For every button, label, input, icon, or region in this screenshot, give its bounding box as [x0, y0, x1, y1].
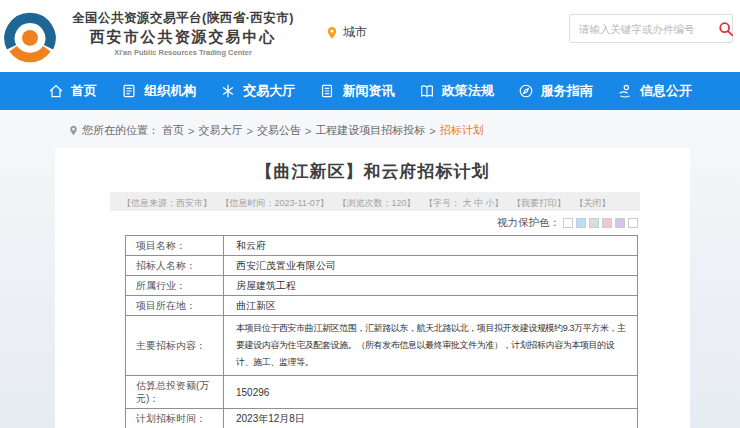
- site-title-line2: 西安市公共资源交易中心: [58, 27, 308, 47]
- table-row: 计划招标时间： 2023年12月8日: [126, 409, 638, 428]
- site-title-block: 全国公共资源交易平台(陕西省·西安市) 西安市公共资源交易中心 Xi'an Pu…: [58, 10, 308, 59]
- meta-date: 【信息时间：2023-11-07】: [221, 198, 329, 208]
- article-meta-bar: 【信息来源：西安市】 【信息时间：2023-11-07】 【浏览次数：120】 …: [110, 192, 640, 211]
- breadcrumb-item-trading-hall[interactable]: 交易大厅: [198, 123, 242, 138]
- table-row: 项目所在地： 曲江新区: [126, 296, 638, 316]
- row-label: 主要招标内容：: [126, 316, 224, 376]
- row-value: 和云府: [224, 236, 638, 256]
- site-header: 全国公共资源交易平台(陕西省·西安市) 西安市公共资源交易中心 Xi'an Pu…: [0, 0, 740, 72]
- breadcrumb-item-announcements[interactable]: 交易公告: [257, 123, 301, 138]
- eye-protect-swatch-purple[interactable]: [615, 218, 625, 228]
- breadcrumb-pin-icon: [68, 124, 79, 137]
- eye-protection-row: 视力保护色：: [55, 216, 638, 230]
- home-icon: [48, 83, 64, 99]
- compass-icon: [518, 83, 534, 99]
- location-pin-icon: [325, 25, 339, 41]
- page-title: 【曲江新区】和云府招标计划: [55, 162, 690, 182]
- site-title-line1: 全国公共资源交易平台(陕西省·西安市): [58, 10, 308, 27]
- row-label: 项目名称：: [126, 236, 224, 256]
- trading-hall-icon: [220, 83, 236, 99]
- nav-item-organization[interactable]: 组织机构: [121, 82, 196, 100]
- row-value: 房屋建筑工程: [224, 276, 638, 296]
- table-row: 所属行业： 房屋建筑工程: [126, 276, 638, 296]
- meta-source: 【信息来源：西安市】: [122, 198, 212, 208]
- eye-protect-swatch-blue[interactable]: [576, 218, 586, 228]
- policy-book-icon: [419, 83, 435, 99]
- search-button[interactable]: [718, 15, 734, 42]
- row-label: 计划招标时间：: [126, 409, 224, 428]
- nav-item-home[interactable]: 首页: [48, 82, 97, 100]
- eye-protection-label: 视力保护色：: [497, 216, 560, 230]
- table-row: 招标人名称： 西安汇茂置业有限公司: [126, 256, 638, 276]
- search-icon: [718, 21, 734, 37]
- row-value: 2023年12月8日: [224, 409, 638, 428]
- site-title-english: Xi'an Public Resources Trading Center: [58, 47, 308, 59]
- eye-protect-swatch-pink[interactable]: [602, 218, 612, 228]
- table-row: 项目名称： 和云府: [126, 236, 638, 256]
- meta-close-button[interactable]: 【关闭】: [575, 198, 611, 208]
- nav-item-policies[interactable]: 政策法规: [419, 82, 494, 100]
- meta-font-size-controls[interactable]: 【字号： 大 中 小】: [424, 198, 504, 208]
- table-row: 估算总投资额(万元)： 150296: [126, 376, 638, 409]
- eye-protect-swatch-default[interactable]: [628, 218, 638, 228]
- nav-item-information-disclosure[interactable]: 信息公开: [617, 82, 692, 100]
- city-selector[interactable]: 城市: [325, 24, 367, 41]
- search-box: [569, 14, 733, 43]
- tender-detail-table: 项目名称： 和云府 招标人名称： 西安汇茂置业有限公司 所属行业： 房屋建筑工程…: [125, 235, 638, 428]
- table-row: 主要招标内容： 本项目位于西安市曲江新区范围，汇新路以东，航天北路以北，项目拟开…: [126, 316, 638, 376]
- row-label: 估算总投资额(万元)：: [126, 376, 224, 409]
- row-value: 150296: [224, 376, 638, 409]
- city-label: 城市: [343, 24, 367, 41]
- row-label: 所属行业：: [126, 276, 224, 296]
- breadcrumb-item-home[interactable]: 首页: [162, 123, 184, 138]
- meta-print-button[interactable]: 【我要打印】: [512, 198, 566, 208]
- main-content-area: 您所在的位置： 首页 > 交易大厅 > 交易公告 > 工程建设项目招标投标 > …: [0, 110, 740, 428]
- breadcrumb-prefix: 您所在的位置：: [82, 123, 159, 138]
- breadcrumb: 您所在的位置： 首页 > 交易大厅 > 交易公告 > 工程建设项目招标投标 > …: [68, 123, 484, 138]
- main-nav: 首页 组织机构 交易大厅 新闻资讯 政策法规: [0, 72, 740, 110]
- row-value: 本项目位于西安市曲江新区范围，汇新路以东，航天北路以北，项目拟开发建设规模约9.…: [224, 316, 638, 376]
- eye-protect-swatch-gray[interactable]: [589, 218, 599, 228]
- nav-item-service-guide[interactable]: 服务指南: [518, 82, 593, 100]
- hand-share-icon: [617, 83, 633, 99]
- row-value: 曲江新区: [224, 296, 638, 316]
- news-icon: [319, 83, 335, 99]
- row-label: 项目所在地：: [126, 296, 224, 316]
- nav-item-news[interactable]: 新闻资讯: [319, 82, 394, 100]
- meta-view-count: 【浏览次数：120】: [337, 198, 415, 208]
- eye-protect-swatch-white[interactable]: [563, 218, 573, 228]
- nav-item-trading-hall[interactable]: 交易大厅: [220, 82, 295, 100]
- organization-icon: [121, 83, 137, 99]
- site-logo[interactable]: [2, 9, 58, 65]
- article-panel: 【曲江新区】和云府招标计划 【信息来源：西安市】 【信息时间：2023-11-0…: [55, 148, 690, 428]
- row-value: 西安汇茂置业有限公司: [224, 256, 638, 276]
- search-input[interactable]: [570, 23, 718, 35]
- breadcrumb-item-construction-bidding[interactable]: 工程建设项目招标投标: [315, 123, 425, 138]
- row-label: 招标人名称：: [126, 256, 224, 276]
- page: 全国公共资源交易平台(陕西省·西安市) 西安市公共资源交易中心 Xi'an Pu…: [0, 0, 740, 428]
- logo-icon: [2, 9, 58, 65]
- breadcrumb-current-tender-plan: 招标计划: [440, 123, 484, 138]
